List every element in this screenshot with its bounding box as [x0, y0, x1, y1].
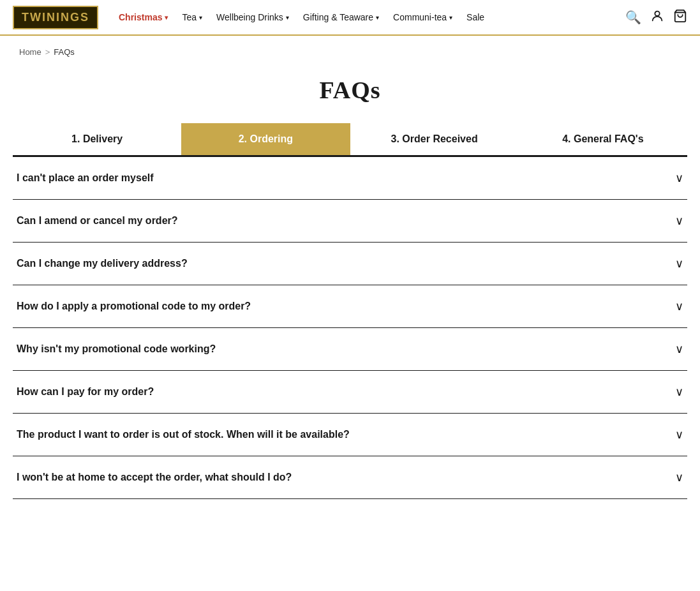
- faq-question: Can I amend or cancel my order?: [17, 215, 675, 227]
- svg-point-0: [655, 11, 659, 15]
- chevron-down-icon: ∨: [675, 299, 683, 313]
- faq-question: I can't place an order myself: [17, 172, 675, 184]
- nav-items: Christmas▾Tea▾Wellbeing Drinks▾Gifting &…: [112, 8, 622, 26]
- nav-item-wellbeing-drinks[interactable]: Wellbeing Drinks▾: [210, 8, 295, 26]
- tab-4[interactable]: 4. General FAQ's: [519, 123, 687, 155]
- breadcrumb-home[interactable]: Home: [19, 47, 41, 57]
- faq-item[interactable]: Can I amend or cancel my order?∨: [13, 200, 687, 243]
- faq-question: How can I pay for my order?: [17, 386, 675, 398]
- faq-question: Can I change my delivery address?: [17, 258, 675, 269]
- chevron-down-icon: ▾: [449, 14, 452, 21]
- page-title: FAQs: [0, 76, 700, 104]
- chevron-down-icon: ∨: [675, 385, 683, 399]
- nav-item-communi-tea[interactable]: Communi-tea▾: [387, 8, 459, 26]
- account-icon[interactable]: [650, 9, 664, 26]
- nav-icons: 🔍: [625, 9, 687, 26]
- faq-item[interactable]: I won't be at home to accept the order, …: [13, 456, 687, 499]
- faq-question: How do I apply a promotional code to my …: [17, 301, 675, 312]
- faq-question: The product I want to order is out of st…: [17, 429, 675, 440]
- faq-item[interactable]: Why isn't my promotional code working?∨: [13, 328, 687, 371]
- nav-item-tea[interactable]: Tea▾: [175, 8, 209, 26]
- faq-item[interactable]: How do I apply a promotional code to my …: [13, 285, 687, 328]
- faq-question: Why isn't my promotional code working?: [17, 343, 675, 355]
- tab-1[interactable]: 1. Delivery: [13, 123, 181, 155]
- chevron-down-icon: ∨: [675, 171, 683, 185]
- chevron-down-icon: ∨: [675, 257, 683, 271]
- logo[interactable]: TWININGS: [13, 6, 98, 29]
- nav-item-christmas[interactable]: Christmas▾: [112, 8, 174, 26]
- breadcrumb: Home > FAQs: [0, 36, 700, 63]
- tab-2[interactable]: 2. Ordering: [181, 123, 350, 155]
- breadcrumb-separator: >: [45, 47, 50, 57]
- search-icon[interactable]: 🔍: [625, 10, 641, 25]
- faq-list: I can't place an order myself∨Can I amen…: [13, 156, 687, 499]
- faq-item[interactable]: I can't place an order myself∨: [13, 157, 687, 200]
- faq-question: I won't be at home to accept the order, …: [17, 472, 675, 483]
- faq-item[interactable]: Can I change my delivery address?∨: [13, 243, 687, 285]
- chevron-down-icon: ▾: [165, 14, 168, 21]
- nav-item-sale[interactable]: Sale: [460, 8, 491, 26]
- basket-icon[interactable]: [673, 9, 687, 26]
- chevron-down-icon: ∨: [675, 470, 683, 484]
- tab-3[interactable]: 3. Order Received: [350, 123, 519, 155]
- chevron-down-icon: ∨: [675, 214, 683, 228]
- tab-container: 1. Delivery2. Ordering3. Order Received4…: [13, 123, 687, 156]
- nav-item-gifting--teaware[interactable]: Gifting & Teaware▾: [297, 8, 385, 26]
- faq-item[interactable]: How can I pay for my order?∨: [13, 371, 687, 414]
- chevron-down-icon: ▾: [376, 14, 379, 21]
- chevron-down-icon: ▾: [286, 14, 289, 21]
- breadcrumb-current: FAQs: [54, 47, 75, 57]
- chevron-down-icon: ∨: [675, 428, 683, 442]
- chevron-down-icon: ∨: [675, 342, 683, 356]
- navbar: TWININGS Christmas▾Tea▾Wellbeing Drinks▾…: [0, 0, 700, 36]
- chevron-down-icon: ▾: [199, 14, 202, 21]
- faq-item[interactable]: The product I want to order is out of st…: [13, 414, 687, 456]
